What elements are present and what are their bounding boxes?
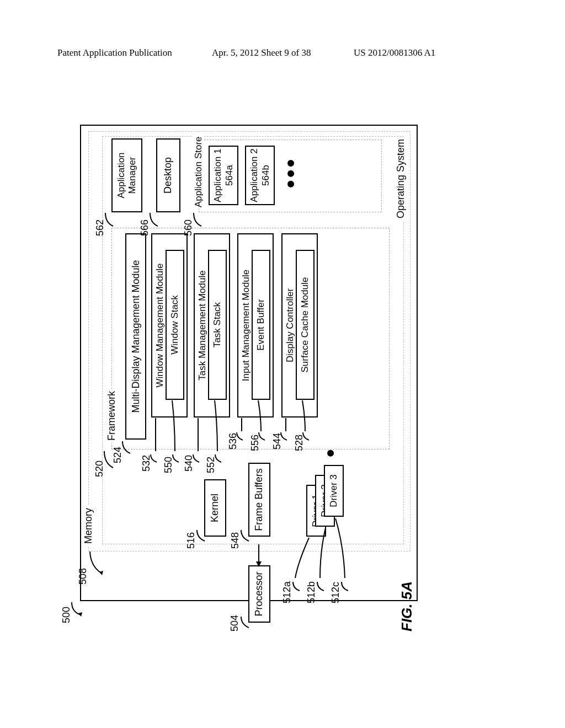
- mdmm-box: Multi-Display Management Module: [125, 233, 146, 440]
- frame-buffers-label: Frame Buffers: [253, 464, 265, 536]
- display-controller-label: Display Controller: [285, 234, 296, 416]
- processor-box: Processor: [248, 565, 270, 623]
- header-right: US 2012/0081306 A1: [354, 47, 435, 58]
- memory-label: Memory: [83, 506, 94, 546]
- ref-512b: 512b: [306, 581, 317, 603]
- application-1-box: Application 1 564a: [209, 146, 238, 205]
- application-2-label: Application 2: [249, 147, 260, 204]
- ref-556: 556: [249, 435, 261, 451]
- ref-536: 536: [227, 433, 239, 449]
- application-2-num: 564b: [260, 147, 271, 204]
- ref-504: 504: [229, 615, 241, 631]
- svg-marker-3: [256, 561, 262, 567]
- ref-552: 552: [205, 457, 217, 473]
- ref-560: 560: [183, 220, 194, 236]
- applications-ellipsis: ●●●: [281, 157, 299, 189]
- imm-label: Input Management Module: [241, 234, 252, 416]
- driver3-label: Driver 3: [328, 466, 339, 516]
- window-stack-label: Window Stack: [169, 251, 180, 399]
- ref-544: 544: [271, 433, 283, 449]
- task-stack-label: Task Stack: [212, 251, 223, 399]
- application-manager-label: Application Manager: [116, 140, 138, 211]
- header-center: Apr. 5, 2012 Sheet 9 of 38: [212, 47, 311, 58]
- ref-516: 516: [185, 532, 197, 549]
- mdmm-label: Multi-Display Management Module: [130, 234, 142, 438]
- ref-550: 550: [163, 457, 174, 473]
- ref-528: 528: [294, 435, 305, 451]
- event-buffer-box: Event Buffer: [252, 250, 270, 400]
- ref-566: 566: [139, 220, 151, 236]
- figure-label: FIG. 5A: [398, 581, 415, 631]
- kernel-box: Kernel: [204, 479, 226, 537]
- ref-512c: 512c: [330, 582, 342, 603]
- desktop-box: Desktop: [156, 138, 180, 212]
- ref-548: 548: [230, 532, 241, 549]
- ref-524: 524: [112, 447, 124, 463]
- ref-520: 520: [94, 461, 105, 477]
- operating-system-label: Operating System: [395, 137, 407, 221]
- framework-label: Framework: [106, 389, 118, 443]
- ref-500: 500: [61, 607, 72, 623]
- surface-cache-label: Surface Cache Module: [300, 251, 311, 399]
- desktop-label: Desktop: [162, 140, 174, 211]
- driver3-box: Driver 3: [324, 465, 344, 517]
- event-buffer-label: Event Buffer: [255, 251, 266, 399]
- ref-562: 562: [94, 220, 106, 236]
- frame-buffers-box: Frame Buffers: [248, 463, 270, 537]
- application-1-label: Application 1: [212, 147, 223, 204]
- ref-532: 532: [141, 455, 152, 472]
- ref-540: 540: [183, 455, 195, 472]
- wmm-label: Window Management Module: [154, 234, 166, 416]
- ref-512a: 512a: [281, 581, 293, 603]
- application-1-num: 564a: [224, 147, 235, 204]
- application-2-box: Application 2 564b: [245, 146, 275, 205]
- window-stack-box: Window Stack: [166, 250, 184, 400]
- processor-label: Processor: [253, 566, 265, 622]
- task-stack-box: Task Stack: [208, 250, 227, 400]
- tmm-label: Task Management Module: [197, 234, 208, 416]
- header-left: Patent Application Publication: [57, 47, 172, 58]
- application-store-label: Application Store: [193, 135, 204, 208]
- ref-hook-504: [239, 612, 251, 629]
- application-manager-box: Application Manager: [111, 138, 142, 212]
- surface-cache-box: Surface Cache Module: [296, 250, 315, 400]
- kernel-label: Kernel: [209, 480, 221, 536]
- ref-508: 508: [77, 568, 89, 585]
